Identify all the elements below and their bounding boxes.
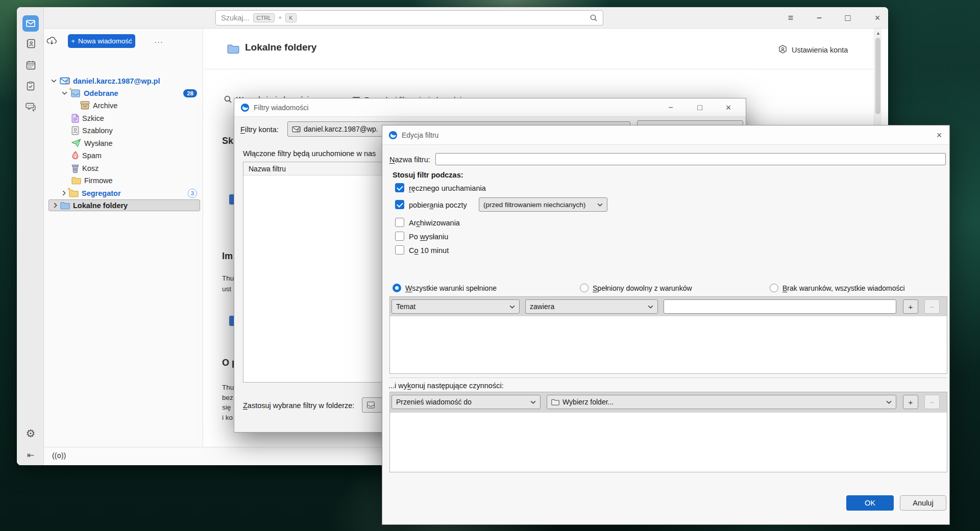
tasks-button[interactable] [23, 79, 38, 93]
get-messages-icon[interactable] [46, 36, 58, 46]
folder-label: Archive [93, 102, 117, 110]
dialog-title: Edycja filtru [402, 131, 438, 139]
chevron-right-icon [54, 203, 57, 208]
condition-operator-dropdown[interactable]: zawiera [525, 299, 658, 314]
action-target-folder-dropdown[interactable]: Wybierz folder... [547, 395, 896, 409]
radio[interactable] [580, 284, 589, 292]
folder-row-szablony[interactable]: Szablony [48, 124, 200, 136]
add-condition-button[interactable]: + [903, 299, 918, 314]
close-button[interactable]: × [867, 10, 888, 26]
folder-row-segregator[interactable]: ✦ Segregator 3 [48, 187, 200, 199]
folder-row-account[interactable]: daniel.karcz.1987@wp.pl [48, 75, 200, 87]
unread-badge: 28 [183, 89, 197, 97]
scrollbar-thumb[interactable] [875, 38, 880, 114]
condition-field-dropdown[interactable]: Temat [391, 299, 520, 314]
folder-pane-options-button[interactable]: ··· [152, 35, 165, 47]
folder-row-lokalne-foldery[interactable]: Lokalne foldery [48, 199, 200, 211]
account-mail-icon [292, 126, 301, 133]
chevron-down-icon [597, 203, 603, 207]
folder-label: Lokalne foldery [73, 201, 128, 210]
new-message-button[interactable]: + Nowa wiadomość [68, 34, 135, 48]
checkbox[interactable] [395, 200, 404, 209]
ok-button[interactable]: OK [846, 495, 894, 511]
search-icon [590, 14, 598, 22]
scroll-up-icon[interactable]: ▲ [876, 31, 880, 36]
remove-condition-button[interactable]: − [924, 299, 940, 314]
folder-label: daniel.karcz.1987@wp.pl [73, 77, 160, 85]
actions-heading: ...i wykonuj następujące czynności: [388, 382, 504, 390]
drafts-icon [71, 114, 79, 123]
maximize-button[interactable]: □ [837, 10, 859, 26]
minimize-button[interactable]: − [659, 98, 682, 117]
section-heading-fragment: Im [222, 251, 233, 262]
radio[interactable] [393, 284, 401, 292]
maximize-button[interactable]: □ [689, 98, 711, 117]
tasks-icon [26, 81, 35, 91]
thunderbird-logo-icon [240, 103, 250, 112]
radio[interactable] [770, 284, 778, 292]
filter-rules-dialog: Edycja filtru × Nazwa filtru: Stosuj fil… [382, 125, 950, 525]
folder-row-firmowe[interactable]: Firmowe [48, 174, 200, 186]
account-mail-icon [60, 77, 70, 85]
folder-icon: ✦ [69, 189, 79, 197]
search-placeholder: Szukaj... [221, 14, 250, 22]
folder-icon [71, 176, 81, 185]
chevron-down-icon [530, 400, 536, 404]
trash-icon [71, 164, 79, 173]
minimize-button[interactable]: − [808, 10, 830, 26]
chevron-down-icon [886, 400, 892, 404]
checkbox[interactable] [395, 218, 404, 227]
paragraph-fragment: Thu [222, 274, 234, 282]
close-button[interactable]: × [717, 98, 740, 117]
dialog-titlebar: Edycja filtru [382, 125, 949, 145]
chevron-down-icon [509, 305, 515, 309]
archive-icon [80, 101, 90, 110]
partial-button-fragment [229, 316, 234, 326]
folder-row-szkice[interactable]: Szkice [48, 112, 200, 124]
calendar-button[interactable] [23, 58, 38, 72]
folder-label: Szkice [82, 114, 104, 122]
network-status-icon[interactable]: ((o)) [52, 451, 66, 460]
checkbox[interactable] [395, 183, 404, 192]
count-badge: 3 [188, 189, 197, 198]
folder-row-kosz[interactable]: Kosz [48, 162, 200, 174]
folder-label: Szablony [82, 127, 113, 135]
folder-label: Wysłane [84, 139, 112, 147]
app-menu-button[interactable]: ≡ [780, 10, 801, 26]
filter-name-input[interactable] [435, 153, 946, 165]
checkbox[interactable] [395, 232, 404, 241]
settings-button[interactable]: ⚙ [23, 426, 38, 441]
folder-row-spam[interactable]: Spam [48, 149, 200, 161]
search-input[interactable]: Szukaj... CTRL + K [215, 10, 603, 26]
shortcut-plus: + [278, 14, 282, 21]
address-book-button[interactable] [23, 36, 38, 50]
add-action-button[interactable]: + [903, 395, 918, 409]
collapse-spaces-button[interactable]: ⇤ [23, 448, 38, 462]
junk-timing-dropdown[interactable]: (przed filtrowaniem niechcianych) [479, 197, 607, 212]
cancel-button[interactable]: Anuluj [900, 495, 946, 511]
checkbox[interactable] [395, 245, 404, 255]
close-button[interactable]: × [928, 125, 950, 145]
folder-pane: + Nowa wiadomość ··· daniel.karcz.1987@w… [44, 29, 203, 447]
paragraph-fragment: Thu [222, 384, 234, 391]
gear-icon: ⚙ [26, 427, 36, 440]
remove-action-button[interactable]: − [924, 395, 940, 409]
chevron-down-icon [51, 79, 57, 83]
folder-row-odebrane[interactable]: ✦ Odebrane 28 [48, 87, 200, 99]
filter-name-label: Nazwa filtru: [389, 156, 430, 164]
action-verb-dropdown[interactable]: Przenieś wiadomość do [391, 395, 541, 409]
search-icon [224, 95, 232, 104]
inbox-icon [366, 401, 375, 409]
spam-icon [71, 151, 79, 160]
local-folder-icon [60, 201, 70, 210]
folder-row-wyslane[interactable]: Wysłane [48, 137, 200, 149]
chat-icon [26, 103, 36, 112]
condition-value-input[interactable] [664, 299, 896, 314]
account-settings-link[interactable]: Ustawienia konta [778, 45, 848, 55]
chat-button[interactable] [23, 100, 38, 114]
mail-space-button[interactable] [22, 15, 39, 32]
folder-label: Spam [82, 151, 102, 160]
shortcut-ctrl-key: CTRL [253, 13, 275, 22]
header-divider [204, 69, 874, 69]
folder-row-archive[interactable]: Archive [48, 99, 200, 111]
